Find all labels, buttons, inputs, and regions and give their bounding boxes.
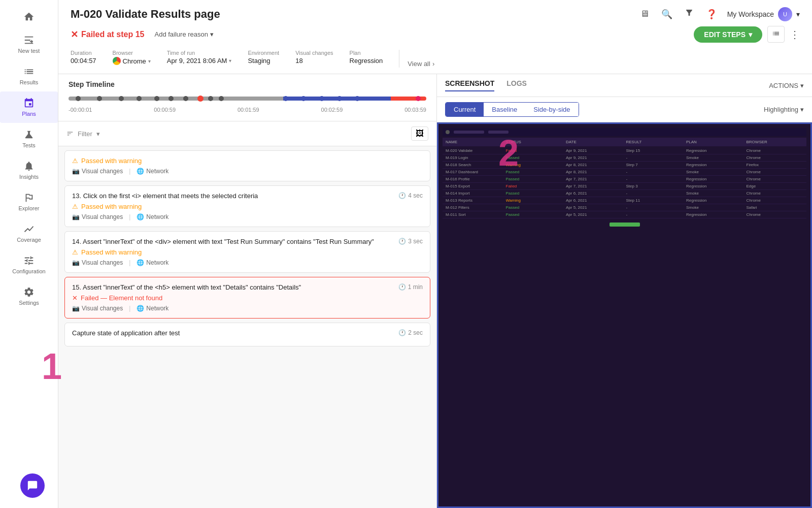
- mock-row-3-name: M-018 Search: [446, 163, 503, 167]
- mock-row-3: M-018 Search Warning Apr 8, 2021 Step 7 …: [443, 162, 806, 169]
- filter-input-btn[interactable]: Filter ▾: [66, 130, 100, 138]
- sidebar-item-explorer-label: Explorer: [19, 205, 40, 211]
- step-prev-visual-label: Visual changes: [82, 168, 123, 175]
- mock-row-2-browser: Chrome: [747, 155, 804, 160]
- separator-13: |: [129, 213, 130, 220]
- search-icon-btn[interactable]: 🔍: [659, 7, 674, 22]
- view-sidebyside-btn[interactable]: Side-by-side: [525, 103, 578, 116]
- separator-prev: |: [129, 168, 130, 175]
- status-actions-row: ✕ Failed at step 15 Add failure reason ▾…: [71, 26, 800, 43]
- step-14-status: ⚠ Passed with warning: [72, 248, 423, 256]
- tab-screenshot[interactable]: SCREENSHOT: [445, 79, 494, 91]
- workspace-btn[interactable]: My Workspace U ▾: [727, 7, 800, 21]
- chat-btn[interactable]: [20, 473, 45, 498]
- warning-icon-13: ⚠: [72, 203, 78, 210]
- help-icon-btn[interactable]: ❓: [704, 7, 719, 22]
- sidebar-item-tests[interactable]: Tests: [0, 123, 58, 154]
- view-buttons: Current Baseline Side-by-side Highlighti…: [437, 97, 812, 122]
- sidebar-item-coverage[interactable]: Coverage: [0, 217, 58, 249]
- camera-icon-14: 📷: [72, 259, 80, 266]
- view-all-text: View all: [408, 60, 430, 68]
- add-failure-btn[interactable]: Add failure reason ▾: [155, 30, 214, 38]
- step-14-header: 14. Assert "innerText" of the <div> elem…: [72, 238, 423, 245]
- network-icon-14: 🌐: [137, 259, 144, 266]
- add-failure-arrow: ▾: [210, 30, 214, 38]
- mock-row-1-result: Step 15: [626, 148, 684, 153]
- screenshot-mock: NAME STATUS DATE RESULT PLAN BROWSER M-0…: [438, 124, 810, 506]
- step-13-visual-changes[interactable]: 📷 Visual changes: [72, 213, 123, 220]
- step-15-network[interactable]: 🌐 Network: [137, 305, 168, 312]
- step-14-status-label: Passed with warning: [81, 248, 142, 256]
- steps-filter-bar: Filter ▾ 🖼: [58, 121, 436, 146]
- meta-duration: Duration 00:04:57: [71, 50, 96, 65]
- sidebar-item-settings-label: Settings: [19, 300, 39, 306]
- sidebar-item-home[interactable]: [0, 5, 58, 28]
- left-panel: Step Timeline: [58, 74, 436, 508]
- sidebar-item-configuration-label: Configuration: [12, 268, 45, 274]
- sidebar-item-new-test[interactable]: New test: [0, 28, 58, 60]
- mock-row-10: M-011 Sort Passed Apr 5, 2021 - Regressi…: [443, 211, 806, 218]
- sidebar-item-plans[interactable]: Plans: [0, 91, 58, 123]
- monitor-icon-btn[interactable]: 🖥: [638, 7, 651, 21]
- list-view-btn[interactable]: [767, 26, 785, 43]
- step-13-network[interactable]: 🌐 Network: [137, 213, 168, 220]
- edit-steps-btn[interactable]: EDIT STEPS ▾: [694, 26, 762, 43]
- step-card-15: 15. Assert "innerText" of the <h5> eleme…: [64, 277, 430, 319]
- view-current-btn[interactable]: Current: [446, 103, 484, 116]
- screenshot-grid-btn[interactable]: 🖼: [411, 126, 428, 141]
- view-sidebyside-label: Side-by-side: [533, 106, 570, 113]
- visual-changes-label: Visual changes: [295, 50, 333, 56]
- sidebar-item-settings[interactable]: Settings: [0, 280, 58, 312]
- timeline-title: Step Timeline: [69, 80, 426, 88]
- failed-badge: ✕ Failed at step 15: [71, 29, 145, 40]
- step-prev-network[interactable]: 🌐 Network: [137, 168, 168, 175]
- edit-steps-label: EDIT STEPS: [704, 30, 746, 39]
- tab-logs[interactable]: LOGS: [506, 79, 527, 91]
- network-icon-15: 🌐: [137, 305, 144, 312]
- sidebar-item-configuration[interactable]: Configuration: [0, 249, 58, 280]
- sidebar-item-insights[interactable]: Insights: [0, 154, 58, 186]
- step-13-header: 13. Click on the first <i> element that …: [72, 192, 423, 200]
- sidebar-item-results[interactable]: Results: [0, 60, 58, 91]
- user-avatar: U: [778, 7, 792, 21]
- mock-col-2: STATUS: [506, 140, 563, 144]
- step-13-meta: 📷 Visual changes | 🌐 Network: [72, 213, 423, 220]
- view-baseline-btn[interactable]: Baseline: [484, 103, 525, 116]
- step-14-network[interactable]: 🌐 Network: [137, 259, 168, 266]
- failed-status-text: Failed at step 15: [81, 30, 145, 39]
- sidebar-item-explorer[interactable]: Explorer: [0, 186, 58, 217]
- actions-label: ACTIONS: [769, 82, 798, 89]
- dot-15: [355, 96, 360, 101]
- filter-icon-btn[interactable]: [683, 6, 696, 22]
- mock-row-1-browser: Chrome: [747, 148, 804, 153]
- view-current-label: Current: [454, 106, 476, 113]
- step-13-duration: 4 sec: [408, 192, 423, 199]
- mock-row-4: M-017 Dashboard Passed Apr 8, 2021 - Smo…: [443, 169, 806, 176]
- time-dropdown-arrow: ▾: [229, 58, 231, 64]
- filter-arrow: ▾: [96, 130, 100, 138]
- mock-row-1-name: M-020 Validate: [446, 148, 503, 153]
- mock-col-1: NAME: [446, 140, 503, 144]
- duration-label: Duration: [71, 50, 96, 56]
- step-prev-visual-changes[interactable]: 📷 Visual changes: [72, 168, 123, 175]
- mock-row-2-date: Apr 9, 2021: [566, 155, 623, 160]
- step-13-status: ⚠ Passed with warning: [72, 203, 423, 210]
- more-options-btn[interactable]: ⋮: [790, 28, 800, 41]
- step-capture-header: Capture state of application after test …: [72, 329, 423, 337]
- actions-btn[interactable]: ACTIONS ▾: [769, 82, 804, 89]
- step-15-time: 🕐 1 min: [398, 283, 423, 291]
- mock-row-2-result: -: [626, 155, 684, 160]
- chrome-icon: [113, 57, 121, 65]
- browser-label: Browser: [113, 50, 151, 56]
- step-14-visual-changes[interactable]: 📷 Visual changes: [72, 259, 123, 266]
- workspace-dropdown-arrow: ▾: [796, 10, 800, 18]
- mock-row-3-date: Apr 8, 2021: [566, 163, 623, 167]
- steps-list: ⚠ Passed with warning 📷 Visual changes |…: [58, 146, 436, 508]
- step-15-meta: 📷 Visual changes | 🌐 Network: [72, 305, 423, 312]
- step-15-visual-changes[interactable]: 📷 Visual changes: [72, 305, 123, 312]
- highlighting-btn[interactable]: Highlighting ▾: [764, 106, 804, 113]
- dot-fail: [197, 96, 204, 102]
- view-all-link[interactable]: View all ›: [399, 50, 434, 68]
- page-title: M-020 Validate Results page: [71, 8, 220, 21]
- clock-icon-14: 🕐: [398, 238, 406, 245]
